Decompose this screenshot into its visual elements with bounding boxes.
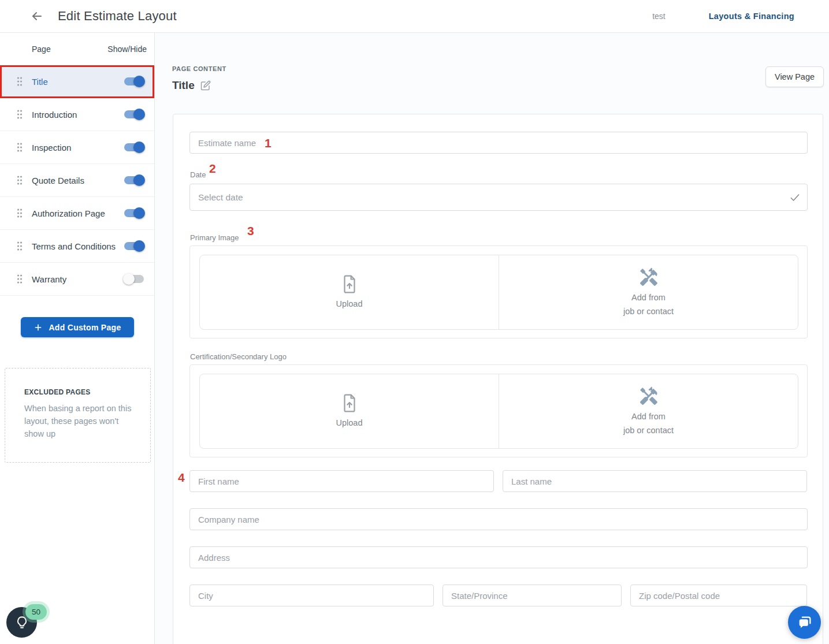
tips-count-badge: 50 xyxy=(25,604,47,620)
sidebar-item-quote-details[interactable]: Quote Details xyxy=(0,164,154,197)
sidebar-item-warranty[interactable]: Warranty xyxy=(0,263,154,296)
sidebar-header: Page Show/Hide xyxy=(0,33,154,65)
sidebar-item-label: Quote Details xyxy=(32,176,84,185)
view-page-button[interactable]: View Page xyxy=(765,66,824,87)
toggle-knob xyxy=(133,207,145,219)
date-label: Date xyxy=(190,170,206,179)
sidebar-item-introduction[interactable]: Introduction xyxy=(0,98,154,131)
tools-icon xyxy=(638,386,659,407)
upload-file-icon xyxy=(340,393,359,413)
address-input[interactable] xyxy=(189,546,808,568)
annotation-4: 4 xyxy=(178,471,185,485)
back-arrow-icon[interactable] xyxy=(29,8,45,24)
sidebar-item-label: Terms and Conditions xyxy=(32,241,116,251)
add-from-label-line2: job or contact xyxy=(623,304,674,318)
sidebar-item-label: Authorization Page xyxy=(32,209,105,218)
page-content-card: 1 Date 2 Primary Image 3 Upload Add from xyxy=(173,114,823,644)
date-input[interactable] xyxy=(189,184,808,211)
show-hide-toggle[interactable] xyxy=(124,209,144,217)
topbar-right: test Layouts & Financing xyxy=(652,12,794,21)
upload-file-icon xyxy=(340,274,359,294)
city-input[interactable] xyxy=(189,585,434,606)
window-title: Edit Estimate Layout xyxy=(58,9,177,24)
drag-handle-icon[interactable] xyxy=(16,274,23,284)
topbar-test-label[interactable]: test xyxy=(652,12,666,21)
drag-handle-icon[interactable] xyxy=(16,175,23,185)
primary-image-box: Upload Add from job or contact xyxy=(189,245,808,338)
add-from-label-line1: Add from xyxy=(623,410,674,423)
toggle-knob xyxy=(133,76,145,87)
state-province-input[interactable] xyxy=(443,585,622,606)
secondary-add-from-job-button[interactable]: Add from job or contact xyxy=(499,374,798,448)
secondary-upload-button[interactable]: Upload xyxy=(200,374,499,448)
toggle-knob xyxy=(133,142,145,153)
pages-sidebar: Page Show/Hide Title Introduction Inspec… xyxy=(0,33,155,644)
show-hide-toggle[interactable] xyxy=(124,275,144,283)
secondary-logo-label: Certification/Secondary Logo xyxy=(190,352,287,361)
upload-label: Upload xyxy=(336,297,363,311)
page-content-section-label: PAGE CONTENT xyxy=(172,65,226,72)
show-hide-toggle[interactable] xyxy=(124,77,144,85)
annotation-1: 1 xyxy=(265,136,272,150)
layouts-financing-link[interactable]: Layouts & Financing xyxy=(709,12,794,21)
show-hide-toggle[interactable] xyxy=(124,143,144,151)
column-page-label: Page xyxy=(32,44,51,54)
add-from-label-line2: job or contact xyxy=(623,423,674,437)
primary-upload-button[interactable]: Upload xyxy=(200,255,499,329)
secondary-logo-box: Upload Add from job or contact xyxy=(189,364,808,457)
toggle-knob xyxy=(133,109,145,120)
toggle-knob xyxy=(133,174,145,186)
toggle-knob xyxy=(133,240,145,252)
add-custom-page-button[interactable]: Add Custom Page xyxy=(21,317,134,337)
drag-handle-icon[interactable] xyxy=(16,109,23,120)
drag-handle-icon[interactable] xyxy=(16,76,23,87)
tools-icon xyxy=(638,267,659,288)
sidebar-item-title[interactable]: Title xyxy=(0,65,154,98)
company-name-input[interactable] xyxy=(189,508,808,530)
edit-page-name-icon[interactable] xyxy=(200,80,211,91)
sidebar-item-terms-and-conditions[interactable]: Terms and Conditions xyxy=(0,230,154,263)
primary-add-from-job-button[interactable]: Add from job or contact xyxy=(499,255,798,329)
add-from-label-line1: Add from xyxy=(623,291,674,304)
plus-icon xyxy=(34,323,43,332)
show-hide-toggle[interactable] xyxy=(124,176,144,184)
annotation-3: 3 xyxy=(247,224,254,238)
estimate-name-input[interactable] xyxy=(189,132,808,154)
last-name-input[interactable] xyxy=(503,470,807,492)
tips-count: 50 xyxy=(32,608,40,616)
show-hide-toggle[interactable] xyxy=(124,242,144,250)
show-hide-toggle[interactable] xyxy=(124,110,144,118)
drag-handle-icon[interactable] xyxy=(16,142,23,152)
column-showhide-label: Show/Hide xyxy=(107,44,147,54)
sidebar-item-inspection[interactable]: Inspection xyxy=(0,131,154,164)
excluded-pages-description: When basing a report on this layout, the… xyxy=(24,402,137,440)
sidebar-item-label: Inspection xyxy=(32,143,71,152)
topbar: Edit Estimate Layout test Layouts & Fina… xyxy=(0,0,829,33)
sidebar-item-label: Introduction xyxy=(32,110,77,120)
primary-image-label: Primary Image xyxy=(190,233,239,242)
excluded-pages-title: EXCLUDED PAGES xyxy=(24,388,137,396)
drag-handle-icon[interactable] xyxy=(16,241,23,251)
sidebar-item-label: Title xyxy=(32,77,48,87)
page-name-heading: Title xyxy=(172,79,195,92)
chat-launcher-button[interactable] xyxy=(788,606,821,639)
annotation-2: 2 xyxy=(209,162,216,176)
toggle-knob xyxy=(123,273,135,285)
upload-label: Upload xyxy=(336,416,363,430)
app-root: Edit Estimate Layout test Layouts & Fina… xyxy=(0,0,829,644)
sidebar-item-authorization-page[interactable]: Authorization Page xyxy=(0,197,154,230)
sidebar-item-label: Warranty xyxy=(32,274,66,284)
zip-code-input[interactable] xyxy=(630,585,807,606)
first-name-input[interactable] xyxy=(189,470,494,492)
main-content: PAGE CONTENT Title View Page 1 Date 2 Pr… xyxy=(155,33,829,644)
chat-bubbles-icon xyxy=(797,615,813,631)
drag-handle-icon[interactable] xyxy=(16,208,23,218)
add-custom-page-label: Add Custom Page xyxy=(49,323,121,332)
excluded-pages-dropzone: EXCLUDED PAGES When basing a report on t… xyxy=(5,368,151,463)
